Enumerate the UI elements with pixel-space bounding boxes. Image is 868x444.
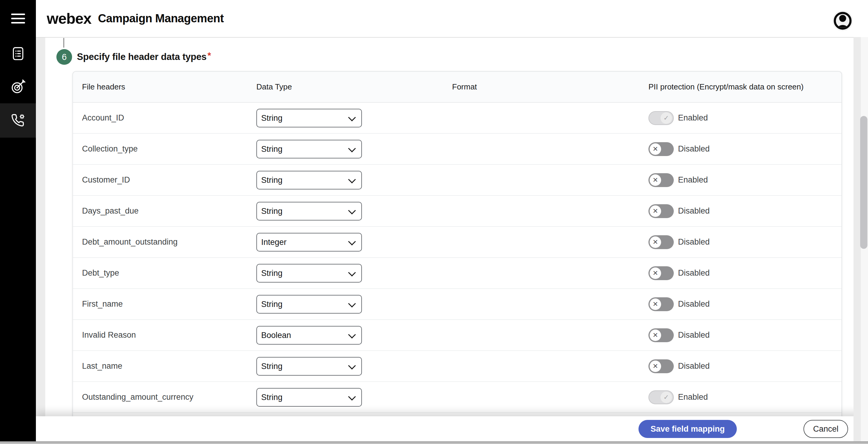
file-header-label: Collection_type	[82, 134, 138, 164]
file-header-label: Debt_type	[82, 258, 119, 288]
data-type-select[interactable]: String	[256, 109, 362, 128]
app-brand: webex Campaign Management	[47, 0, 224, 37]
scrollbar-thumb[interactable]	[860, 116, 867, 249]
data-type-cell: String	[256, 134, 362, 164]
stepper-connector-line	[63, 38, 64, 47]
pii-toggle[interactable]: ✕	[648, 204, 674, 218]
pii-toggle[interactable]: ✕	[648, 235, 674, 249]
sidebar-item-call-settings[interactable]	[0, 103, 36, 138]
pii-protection-cell: ✕Disabled	[648, 196, 710, 226]
pii-toggle[interactable]: ✕	[648, 142, 674, 156]
file-header-label: Last_name	[82, 351, 122, 381]
column-header-pii-protection: PII protection (Encrypt/mask data on scr…	[648, 72, 803, 102]
pii-state-label: Enabled	[678, 175, 708, 185]
data-type-cell: String	[256, 196, 362, 226]
pii-protection-cell: ✕Disabled	[648, 134, 710, 164]
pii-toggle[interactable]: ✓	[648, 111, 674, 125]
document-list-icon	[10, 46, 26, 61]
file-header-label: Debt_amount_outstanding	[82, 227, 178, 257]
data-type-select[interactable]: Integer	[256, 233, 362, 251]
data-type-select[interactable]: String	[256, 357, 362, 376]
pii-toggle[interactable]: ✓	[648, 390, 674, 404]
data-type-select[interactable]: String	[256, 264, 362, 282]
top-app-bar: webex Campaign Management	[0, 0, 868, 38]
pii-state-label: Disabled	[678, 268, 710, 278]
column-header-file-headers: File headers	[82, 72, 125, 102]
save-field-mapping-button[interactable]: Save field mapping	[639, 420, 737, 438]
window-bottom-edge	[0, 441, 868, 444]
data-type-cell: String	[256, 258, 362, 288]
sidebar-nav	[0, 37, 36, 138]
sidebar	[0, 0, 36, 441]
pii-protection-cell: ✕Disabled	[648, 258, 710, 288]
data-type-cell: String	[256, 382, 362, 412]
pii-toggle[interactable]: ✕	[648, 328, 674, 342]
phone-gear-icon	[10, 113, 26, 128]
cancel-button[interactable]: Cancel	[803, 420, 848, 438]
app-title: Campaign Management	[98, 12, 224, 25]
file-header-label: Customer_ID	[82, 165, 130, 195]
left-gutter	[36, 37, 45, 417]
pii-protection-cell: ✕Enabled	[648, 165, 708, 195]
step-title: Specify file header data types*	[77, 52, 211, 62]
pii-toggle[interactable]: ✕	[648, 297, 674, 311]
pii-state-label: Disabled	[678, 362, 710, 371]
user-avatar[interactable]	[832, 10, 853, 31]
data-type-cell: String	[256, 289, 362, 319]
data-type-select[interactable]: String	[256, 295, 362, 314]
data-type-select[interactable]: String	[256, 140, 362, 159]
target-icon	[10, 79, 26, 95]
x-icon: ✕	[650, 205, 661, 217]
pii-toggle[interactable]: ✕	[648, 360, 674, 373]
data-type-cell: String	[256, 103, 362, 133]
x-icon: ✕	[650, 143, 661, 155]
data-type-select[interactable]: String	[256, 171, 362, 190]
table-row: Debt_amount_outstandingInteger✕Disabled	[73, 227, 841, 258]
data-type-cell: Boolean	[256, 320, 362, 350]
file-header-label: Days_past_due	[82, 196, 139, 226]
column-header-data-type: Data Type	[256, 72, 292, 102]
action-bar: Save field mapping Cancel	[36, 416, 868, 441]
column-header-format: Format	[452, 72, 477, 102]
table-row: Outstanding_amount_currencyString✓Enable…	[73, 382, 841, 413]
x-icon: ✕	[650, 361, 661, 372]
pii-state-label: Disabled	[678, 299, 710, 309]
sidebar-item-campaigns[interactable]	[0, 70, 36, 103]
x-icon: ✕	[650, 236, 661, 248]
table-row: Last_nameString✕Disabled	[73, 351, 841, 382]
table-row: Account_IDString✓Enabled	[73, 103, 841, 134]
x-icon: ✕	[650, 174, 661, 186]
pii-state-label: Enabled	[678, 113, 708, 123]
file-header-label: Account_ID	[82, 103, 124, 133]
pii-protection-cell: ✕Disabled	[648, 289, 710, 319]
pii-protection-cell: ✓Enabled	[648, 103, 708, 133]
table-row: Customer_IDString✕Enabled	[73, 165, 841, 196]
data-type-select[interactable]: String	[256, 202, 362, 220]
pii-protection-cell: ✕Disabled	[648, 227, 710, 257]
pii-state-label: Enabled	[678, 392, 708, 402]
file-header-label: Outstanding_amount_currency	[82, 382, 193, 412]
table-row: Collection_typeString✕Disabled	[73, 134, 841, 165]
scrollbar	[854, 37, 868, 441]
pii-protection-cell: ✕Disabled	[648, 320, 710, 350]
required-asterisk: *	[208, 50, 211, 60]
data-type-select[interactable]: String	[256, 388, 362, 407]
person-icon	[832, 10, 853, 31]
data-type-select[interactable]: Boolean	[256, 326, 362, 345]
field-mapping-table: File headers Data Type Format PII protec…	[72, 71, 842, 444]
sidebar-item-forms[interactable]	[0, 37, 36, 70]
table-row: First_nameString✕Disabled	[73, 289, 841, 320]
check-icon: ✓	[660, 112, 672, 124]
pii-toggle[interactable]: ✕	[648, 266, 674, 280]
pii-protection-cell: ✕Disabled	[648, 351, 710, 381]
menu-hamburger-button[interactable]	[0, 0, 36, 37]
data-type-cell: Integer	[256, 227, 362, 257]
x-icon: ✕	[650, 330, 661, 341]
pii-toggle[interactable]: ✕	[648, 173, 674, 187]
data-type-cell: String	[256, 165, 362, 195]
data-type-cell: String	[256, 351, 362, 381]
x-icon: ✕	[650, 268, 661, 279]
pii-state-label: Disabled	[678, 237, 710, 247]
pii-state-label: Disabled	[678, 206, 710, 216]
hamburger-icon	[11, 13, 25, 15]
